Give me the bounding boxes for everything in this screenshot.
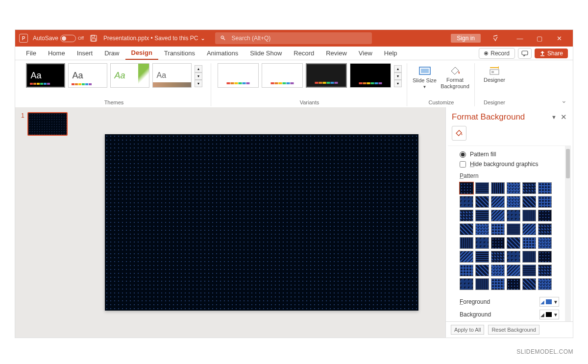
apply-to-all-button[interactable]: Apply to All (451, 325, 484, 335)
pattern-swatch[interactable] (538, 182, 552, 194)
pattern-swatch[interactable] (538, 210, 552, 221)
pattern-swatch[interactable] (538, 251, 552, 263)
pattern-swatch[interactable] (522, 182, 536, 194)
pattern-swatch[interactable] (460, 278, 473, 290)
title-dropdown-icon[interactable]: ⌄ (200, 35, 205, 42)
hide-bg-checkbox[interactable]: Hide background graphics (460, 161, 564, 168)
pattern-swatch[interactable] (475, 251, 489, 263)
mic-icon[interactable] (486, 34, 505, 43)
reset-background-button[interactable]: Reset Background (488, 325, 539, 335)
tab-slide-show[interactable]: Slide Show (244, 47, 288, 60)
close-button[interactable]: ✕ (549, 35, 569, 42)
search-input[interactable]: 🔍︎ Search (Alt+Q) (215, 32, 372, 44)
pattern-swatch[interactable] (460, 265, 473, 276)
comments-button[interactable] (518, 48, 532, 59)
variant-2[interactable] (262, 63, 303, 88)
foreground-color-dropdown[interactable]: ◢▼ (539, 297, 559, 307)
tab-view[interactable]: View (353, 47, 378, 60)
variant-3[interactable] (306, 63, 347, 88)
variants-expand[interactable]: ▾ (394, 80, 402, 87)
tab-home[interactable]: Home (42, 47, 71, 60)
variant-1[interactable] (218, 63, 259, 88)
pattern-swatch[interactable] (507, 251, 520, 263)
pattern-fill-radio[interactable]: Pattern fill (460, 151, 564, 158)
pattern-swatch[interactable] (491, 278, 505, 290)
slide-canvas[interactable] (105, 134, 418, 311)
pattern-swatch[interactable] (475, 265, 489, 276)
tab-draw[interactable]: Draw (98, 47, 125, 60)
designer-button[interactable]: Designer (481, 63, 508, 85)
pattern-swatch[interactable] (491, 210, 505, 221)
themes-expand[interactable]: ▾ (195, 80, 202, 87)
pattern-swatch[interactable] (460, 210, 473, 221)
theme-office-dark[interactable]: Aa (26, 63, 65, 88)
tab-review[interactable]: Review (320, 47, 353, 60)
pattern-swatch[interactable] (538, 237, 552, 249)
pattern-swatch[interactable] (491, 251, 505, 263)
format-background-button[interactable]: Format Background (439, 63, 472, 92)
pattern-swatch[interactable] (507, 265, 520, 276)
pattern-swatch[interactable] (460, 251, 473, 263)
tab-file[interactable]: File (20, 47, 42, 60)
minimize-button[interactable]: — (510, 35, 530, 42)
pattern-swatch[interactable] (475, 223, 489, 235)
tab-transitions[interactable]: Transitions (158, 47, 201, 60)
pattern-swatch[interactable] (491, 196, 505, 208)
pattern-swatch[interactable] (522, 196, 536, 208)
pattern-swatch[interactable] (491, 237, 505, 249)
background-color-dropdown[interactable]: ◢▼ (539, 310, 559, 319)
pattern-swatch[interactable] (475, 210, 489, 221)
pattern-swatch[interactable] (491, 223, 505, 235)
pattern-swatch[interactable] (475, 196, 489, 208)
variant-4[interactable] (350, 63, 391, 88)
sign-in-button[interactable]: Sign in (451, 34, 481, 43)
pane-close-button[interactable]: ✕ (561, 113, 567, 121)
tab-record[interactable]: Record (288, 47, 320, 60)
slide-thumbnail-1[interactable] (27, 112, 68, 136)
tab-design[interactable]: Design (125, 47, 158, 60)
pattern-swatch[interactable] (522, 237, 536, 249)
variants-scroll-down[interactable]: ▾ (394, 73, 402, 80)
pattern-swatch[interactable] (460, 237, 473, 249)
tab-animations[interactable]: Animations (201, 47, 244, 60)
pattern-swatch[interactable] (491, 265, 505, 276)
themes-scroll-up[interactable]: ▴ (195, 65, 202, 73)
pattern-swatch[interactable] (538, 278, 552, 290)
pattern-swatch[interactable] (522, 223, 536, 235)
pattern-swatch[interactable] (460, 223, 473, 235)
pattern-swatch[interactable] (507, 223, 520, 235)
pattern-swatch[interactable] (538, 223, 552, 235)
hide-bg-input[interactable] (460, 161, 466, 168)
pattern-swatch[interactable] (522, 278, 536, 290)
theme-office-light[interactable]: Aa (68, 63, 107, 88)
pattern-swatch[interactable] (475, 278, 489, 290)
pattern-fill-input[interactable] (460, 151, 466, 158)
pane-scrollbar[interactable] (565, 146, 571, 321)
pattern-swatch[interactable] (538, 196, 552, 208)
slide-size-button[interactable]: Slide Size▼ (411, 63, 439, 92)
pattern-swatch[interactable] (460, 196, 473, 208)
themes-scroll-down[interactable]: ▾ (195, 73, 202, 80)
pattern-swatch[interactable] (460, 182, 473, 194)
share-button[interactable]: Share (535, 49, 568, 58)
pattern-swatch[interactable] (475, 182, 489, 194)
fill-tab-button[interactable] (452, 126, 466, 141)
theme-gallery[interactable]: Aa (152, 63, 192, 88)
pattern-swatch[interactable] (507, 210, 520, 221)
pattern-swatch[interactable] (522, 265, 536, 276)
pattern-swatch[interactable] (507, 237, 520, 249)
pattern-swatch[interactable] (522, 210, 536, 221)
pattern-swatch[interactable] (538, 265, 552, 276)
autosave-toggle[interactable] (60, 35, 76, 42)
pattern-swatch[interactable] (491, 182, 505, 194)
maximize-button[interactable]: ▢ (530, 35, 549, 42)
record-button[interactable]: Record (479, 48, 515, 59)
tab-insert[interactable]: Insert (71, 47, 99, 60)
tab-help[interactable]: Help (378, 47, 403, 60)
pattern-swatch[interactable] (507, 182, 520, 194)
theme-facet[interactable]: Aa (110, 63, 149, 88)
pane-menu-icon[interactable]: ▼ (551, 114, 557, 120)
variants-scroll-up[interactable]: ▴ (394, 65, 402, 73)
collapse-ribbon-icon[interactable]: ⌄ (561, 97, 567, 104)
pattern-swatch[interactable] (475, 237, 489, 249)
